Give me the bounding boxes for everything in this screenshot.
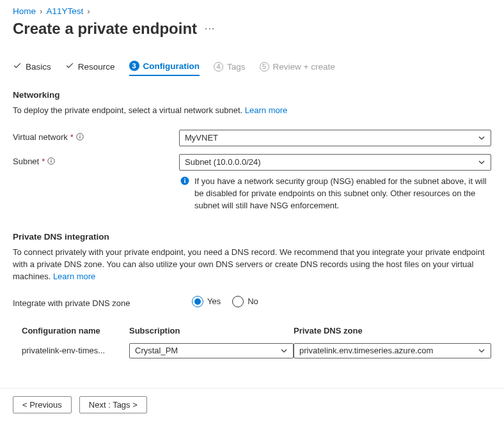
private-dns-zone-select[interactable]: privatelink.env.timeseries.azure.com <box>294 343 491 358</box>
radio-circle-icon <box>192 296 203 307</box>
dns-description: To connect privately with your private e… <box>13 247 491 283</box>
tab-label: Review + create <box>273 62 335 72</box>
svg-rect-2 <box>79 135 80 135</box>
footer: < Previous Next : Tags > <box>0 388 504 421</box>
subscription-select[interactable]: Crystal_PM <box>129 343 294 358</box>
svg-rect-8 <box>184 178 185 180</box>
tab-label: Basics <box>26 62 51 72</box>
tab-resource[interactable]: Resource <box>65 61 115 76</box>
breadcrumb-a11ytest[interactable]: A11YTest <box>47 6 84 16</box>
integrate-label: Integrate with private DNS zone <box>13 296 192 308</box>
tab-label: Configuration <box>143 61 200 71</box>
previous-button[interactable]: < Previous <box>13 396 72 413</box>
table-row: privatelink-env-times... Crystal_PM priv… <box>13 339 491 362</box>
checkmark-icon <box>13 61 22 72</box>
tab-basics[interactable]: Basics <box>13 61 51 76</box>
tab-tags[interactable]: 4 Tags <box>214 61 246 76</box>
chevron-down-icon <box>478 347 485 355</box>
tabs: Basics Resource 3 Configuration 4 Tags 5… <box>13 61 491 76</box>
subnet-value: Subnet (10.0.0.0/24) <box>185 157 261 167</box>
tab-label: Resource <box>78 62 115 72</box>
radio-no[interactable]: No <box>232 296 258 307</box>
radio-label: No <box>248 296 258 306</box>
learn-more-link[interactable]: Learn more <box>53 272 95 281</box>
info-icon[interactable] <box>47 157 55 165</box>
step-number-icon: 3 <box>129 61 139 71</box>
tab-label: Tags <box>227 62 246 72</box>
tab-configuration[interactable]: 3 Configuration <box>129 61 200 76</box>
nsg-hint-text: If you have a network security group (NS… <box>194 176 490 212</box>
breadcrumb-home[interactable]: Home <box>13 6 36 16</box>
th-private-dns-zone: Private DNS zone <box>294 326 491 335</box>
step-number-icon: 5 <box>260 62 269 72</box>
more-actions-icon[interactable]: ··· <box>205 23 215 35</box>
step-number-icon: 4 <box>214 62 223 72</box>
cell-config-name: privatelink-env-times... <box>13 346 129 355</box>
section-heading-networking: Networking <box>13 90 491 100</box>
svg-rect-4 <box>51 160 52 163</box>
private-dns-zone-value: privatelink.env.timeseries.azure.com <box>299 346 433 355</box>
required-asterisk: * <box>70 132 74 142</box>
subnet-label: Subnet * <box>13 154 179 166</box>
learn-more-link[interactable]: Learn more <box>245 105 287 115</box>
info-icon <box>180 176 189 212</box>
breadcrumb: Home › A11YTest › <box>13 6 491 16</box>
th-subscription: Subscription <box>129 326 294 335</box>
next-button[interactable]: Next : Tags > <box>79 396 147 413</box>
vnet-select[interactable]: MyVNET <box>179 130 491 146</box>
vnet-label: Virtual network * <box>13 130 179 142</box>
svg-rect-5 <box>51 159 52 160</box>
subscription-value: Crystal_PM <box>135 346 178 355</box>
svg-rect-1 <box>79 136 80 139</box>
integrate-radio-group: Yes No <box>192 296 491 307</box>
checkmark-icon <box>65 61 74 72</box>
radio-circle-icon <box>232 296 244 307</box>
dns-table: Configuration name Subscription Private … <box>13 322 491 362</box>
chevron-down-icon <box>478 158 485 166</box>
svg-rect-7 <box>184 180 185 183</box>
chevron-right-icon: › <box>87 6 90 16</box>
required-asterisk: * <box>42 157 45 166</box>
radio-yes[interactable]: Yes <box>192 296 221 307</box>
vnet-value: MyVNET <box>185 133 218 142</box>
chevron-right-icon: › <box>40 6 43 16</box>
th-configuration-name: Configuration name <box>13 326 129 335</box>
tab-review-create[interactable]: 5 Review + create <box>260 61 335 76</box>
section-heading-dns: Private DNS integration <box>13 232 491 242</box>
page-title: Create a private endpoint <box>13 20 197 38</box>
radio-label: Yes <box>207 296 221 306</box>
chevron-down-icon <box>280 347 288 355</box>
subnet-select[interactable]: Subnet (10.0.0.0/24) <box>179 154 491 171</box>
info-icon[interactable] <box>76 133 84 141</box>
chevron-down-icon <box>478 134 485 142</box>
networking-description: To deploy the private endpoint, select a… <box>13 105 491 117</box>
